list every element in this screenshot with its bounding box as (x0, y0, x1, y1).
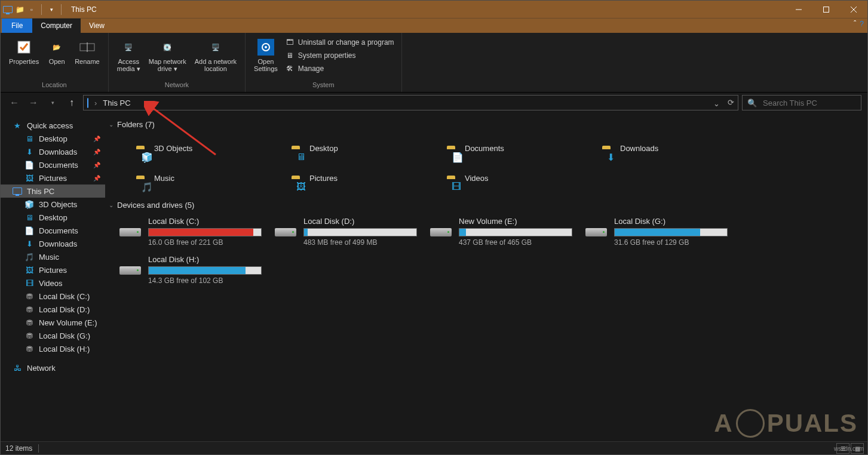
group-label-network: Network (165, 80, 189, 90)
recent-dropdown[interactable]: ▾ (45, 95, 60, 110)
drive-free-text: 16.0 GB free of 221 GB (148, 238, 263, 247)
folder-item[interactable]: 🖼Pictures (276, 164, 425, 192)
properties-icon (14, 38, 33, 57)
sidebar-sub-item[interactable]: 📄Documents (1, 224, 105, 237)
sidebar-sub-item[interactable]: ⛃Local Disk (G:) (1, 329, 105, 342)
drive-name: Local Disk (D:) (303, 217, 418, 226)
drive-item[interactable]: Local Disk (D:) 483 MB free of 499 MB (271, 214, 421, 249)
folder-icon: 🎞 (434, 166, 458, 190)
forward-button[interactable]: → (26, 95, 41, 110)
sidebar-sub-item[interactable]: ⛃Local Disk (D:) (1, 303, 105, 316)
pin-icon: 📌 (93, 175, 100, 182)
section-folders[interactable]: ⌄ Folders (7) (109, 118, 867, 131)
sidebar-pinned-item[interactable]: 🖥Desktop📌 (1, 132, 105, 145)
rename-button[interactable]: Rename (71, 35, 103, 67)
drive-item[interactable]: Local Disk (C:) 16.0 GB free of 221 GB (116, 214, 265, 249)
folder-icon: ⬇ (589, 136, 613, 160)
drive-icon (429, 220, 453, 244)
address-row: ← → ▾ ↑ › This PC ⌄ ⟳ 🔍 (1, 93, 867, 113)
item-icon: 🎵 (24, 252, 34, 262)
open-icon: 📂 (47, 38, 66, 57)
system-properties-button[interactable]: 🖥System properties (283, 50, 397, 62)
access-media-button[interactable]: 🖥️ Access media ▾ (114, 35, 144, 75)
uninstall-button[interactable]: 🗔Uninstall or change a program (283, 36, 397, 48)
search-icon: 🔍 (747, 99, 757, 107)
add-network-location-button[interactable]: 🖥️ Add a network location (191, 35, 240, 75)
sysprops-icon: 🖥 (285, 51, 295, 60)
folder-qat-icon[interactable]: 📁 (15, 5, 24, 14)
sidebar-sub-item[interactable]: 🖥Desktop (1, 211, 105, 224)
folder-icon: 🎵 (123, 166, 147, 190)
settings-icon (256, 38, 275, 57)
svg-point-9 (265, 46, 267, 48)
up-button[interactable]: ↑ (64, 95, 79, 110)
map-drive-icon: 💽 (158, 38, 177, 57)
search-input[interactable] (762, 98, 856, 108)
sidebar-quick-access[interactable]: ★ Quick access (1, 119, 105, 132)
sidebar-sub-item[interactable]: 🎞Videos (1, 276, 105, 290)
folder-item[interactable]: 🧊3D Objects (121, 134, 270, 162)
uninstall-icon: 🗔 (285, 38, 295, 47)
minimize-button[interactable] (785, 1, 812, 19)
sidebar-pinned-item[interactable]: ⬇Downloads📌 (1, 145, 105, 158)
computer-tab[interactable]: Computer (32, 19, 81, 33)
address-bar[interactable]: › This PC ⌄ ⟳ (83, 95, 738, 110)
drive-name: Local Disk (G:) (614, 217, 729, 226)
manage-button[interactable]: 🛠Manage (283, 63, 397, 75)
collapse-ribbon-icon[interactable]: ˆ (854, 20, 856, 28)
search-box[interactable]: 🔍 (742, 95, 861, 110)
drive-free-text: 31.6 GB free of 129 GB (614, 238, 729, 247)
maximize-button[interactable] (812, 1, 840, 19)
drive-name: Local Disk (C:) (148, 217, 263, 226)
sidebar-sub-item[interactable]: ⛃Local Disk (H:) (1, 342, 105, 355)
qat-dropdown-icon[interactable]: ▾ (47, 5, 56, 14)
folder-item[interactable]: 🎞Videos (431, 164, 581, 192)
drive-item[interactable]: Local Disk (G:) 31.6 GB free of 129 GB (582, 214, 731, 249)
chevron-down-icon: ⌄ (109, 202, 114, 208)
manage-icon: 🛠 (285, 64, 295, 73)
drive-item[interactable]: New Volume (E:) 437 GB free of 465 GB (427, 214, 576, 249)
sidebar-sub-item[interactable]: ⛃New Volume (E:) (1, 316, 105, 329)
properties-qat-icon[interactable]: ▫ (27, 5, 36, 14)
close-button[interactable] (840, 1, 867, 19)
folder-item[interactable]: 🎵Music (121, 164, 270, 192)
window-title: This PC (71, 5, 97, 14)
folder-icon: 🖼 (278, 166, 302, 190)
sidebar-sub-item[interactable]: ⬇Downloads (1, 237, 105, 250)
add-network-icon: 🖥️ (206, 38, 225, 57)
sidebar-pinned-item[interactable]: 🖼Pictures📌 (1, 171, 105, 185)
sidebar-sub-item[interactable]: 🖼Pictures (1, 263, 105, 276)
addr-breadcrumb[interactable]: This PC (103, 99, 130, 107)
sidebar-pinned-item[interactable]: 📄Documents📌 (1, 158, 105, 171)
drive-item[interactable]: Local Disk (H:) 14.3 GB free of 102 GB (116, 253, 265, 287)
sidebar-this-pc[interactable]: This PC (1, 185, 105, 198)
sidebar-sub-item[interactable]: 🎵Music (1, 250, 105, 263)
section-drives[interactable]: ⌄ Devices and drives (5) (109, 198, 867, 212)
back-button[interactable]: ← (7, 95, 22, 110)
star-icon: ★ (13, 121, 22, 130)
view-tab[interactable]: View (81, 19, 113, 33)
title-bar: 📁 ▫ ▾ This PC (1, 1, 867, 19)
file-tab[interactable]: File (2, 19, 32, 33)
pc-icon (3, 5, 13, 14)
folder-item[interactable]: ⬇Downloads (587, 134, 736, 162)
open-settings-button[interactable]: Open Settings (250, 35, 281, 75)
pin-icon: 📌 (93, 136, 100, 142)
item-icon: ⛃ (24, 331, 34, 340)
item-icon: 🖥 (24, 134, 34, 143)
folder-item[interactable]: 📄Documents (431, 134, 581, 162)
open-button[interactable]: 📂 Open (44, 35, 70, 67)
refresh-icon[interactable]: ⟳ (728, 98, 734, 107)
access-media-icon: 🖥️ (119, 38, 138, 57)
sidebar-sub-item[interactable]: 🧊3D Objects (1, 198, 105, 211)
content-pane: ⌄ Folders (7) 🧊3D Objects🖥Desktop📄Docume… (105, 113, 867, 441)
sidebar-sub-item[interactable]: ⛃Local Disk (C:) (1, 290, 105, 303)
map-drive-button[interactable]: 💽 Map network drive ▾ (145, 35, 190, 75)
group-label-location: Location (42, 80, 67, 90)
folder-item[interactable]: 🖥Desktop (276, 134, 425, 162)
chevron-down-icon: ⌄ (109, 121, 114, 128)
sidebar-network[interactable]: 🖧 Network (1, 361, 105, 374)
help-icon[interactable]: ? (860, 20, 864, 28)
addr-dropdown-icon[interactable]: ⌄ (713, 99, 720, 108)
properties-button[interactable]: Properties (5, 35, 42, 67)
